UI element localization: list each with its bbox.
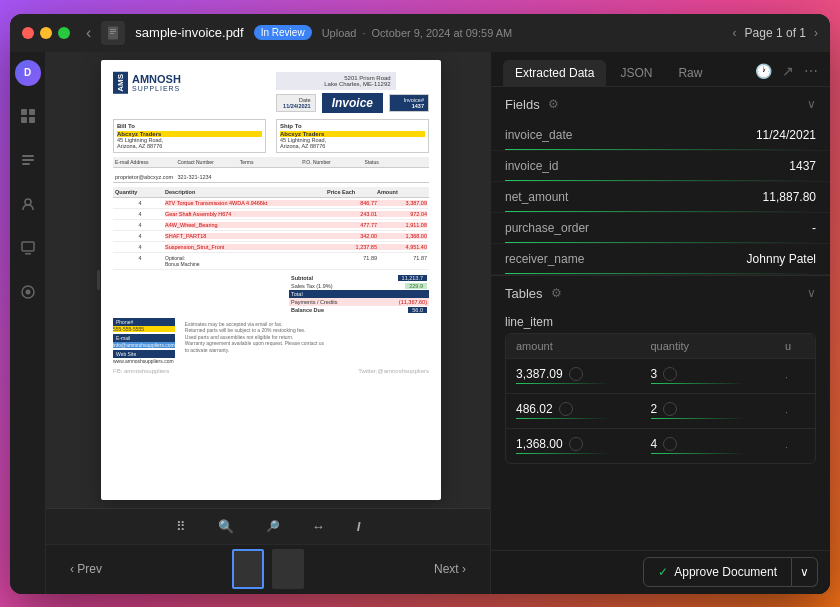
next-page-button[interactable]: ›: [814, 26, 818, 40]
svg-rect-2: [110, 31, 116, 32]
bill-ship-section: Bill To Abcxyz Traders 45 Lightning Road…: [113, 119, 429, 153]
table-row: 4 Gear Shaft Assembly H674 243.01 972.04: [113, 209, 429, 220]
prev-page-button[interactable]: ‹: [733, 26, 737, 40]
tables-gear-icon[interactable]: ⚙: [551, 286, 562, 300]
tab-json[interactable]: JSON: [608, 60, 664, 86]
line-item-label: line_item: [491, 309, 830, 333]
field-name-net-amount: net_amount: [505, 190, 635, 204]
cell-u-3: ·: [785, 437, 805, 455]
info-row: E-mail Address Contact Number Terms P.O.…: [113, 157, 429, 168]
cell-amount-3: 1,368.00: [516, 437, 651, 454]
u-value-2: ·: [785, 406, 788, 418]
svg-rect-8: [22, 155, 34, 157]
fields-label: Fields: [505, 97, 540, 112]
indicator-q3: [663, 437, 677, 451]
svg-rect-5: [29, 109, 35, 115]
panel-footer: ✓ Approve Document ∨: [491, 550, 830, 594]
quantity-value-3[interactable]: 4: [651, 437, 658, 451]
approve-label: Approve Document: [674, 565, 777, 579]
tables-section-header[interactable]: Tables ⚙ ∨: [491, 275, 830, 309]
amount-value-3[interactable]: 1,368.00: [516, 437, 563, 451]
svg-rect-6: [21, 117, 27, 123]
sidebar-icon-1[interactable]: [14, 102, 42, 130]
field-value-receiver-name[interactable]: Johnny Patel: [635, 252, 816, 266]
svg-rect-7: [29, 117, 35, 123]
field-invoice-date: invoice_date 11/24/2021: [491, 120, 830, 151]
zoom-in-button[interactable]: 🔍: [210, 515, 242, 538]
date-field: Date11/24/2021: [276, 94, 316, 112]
fields-section-header[interactable]: Fields ⚙ ∨: [491, 87, 830, 120]
field-purchase-order: purchase_order -: [491, 213, 830, 244]
prev-button[interactable]: ‹ Prev: [62, 558, 110, 580]
grip-tool[interactable]: ⠿: [168, 515, 194, 538]
back-button[interactable]: ‹: [86, 24, 91, 42]
field-name-invoice-id: invoice_id: [505, 159, 635, 173]
field-value-purchase-order[interactable]: -: [635, 221, 816, 235]
field-name-invoice-date: invoice_date: [505, 128, 635, 142]
fit-width-button[interactable]: ↔: [304, 515, 333, 538]
app-window: ‹ sample-invoice.pdf In Review Upload · …: [10, 14, 830, 594]
sidebar-icon-2[interactable]: [14, 146, 42, 174]
invoice-id-field: Invoice#1437: [389, 94, 429, 112]
sidebar-icon-4[interactable]: [14, 234, 42, 262]
company-sub: SUPPLIERS: [132, 85, 181, 92]
cell-u-1: ·: [785, 367, 805, 385]
field-value-invoice-id[interactable]: 1437: [635, 159, 816, 173]
zoom-out-button[interactable]: 🔎: [258, 516, 288, 537]
left-sidebar: D: [10, 52, 46, 594]
more-icon[interactable]: ⋯: [804, 63, 818, 79]
amount-value-2[interactable]: 486.02: [516, 402, 553, 416]
amount-value-1[interactable]: 3,387.09: [516, 367, 563, 381]
quantity-value-1[interactable]: 3: [651, 367, 658, 381]
tables-label-text: Tables: [505, 286, 543, 301]
doc-meta: Upload · October 9, 2024 at 09:59 AM: [322, 27, 513, 39]
field-value-invoice-date[interactable]: 11/24/2021: [635, 128, 816, 142]
svg-rect-9: [22, 159, 34, 161]
indicator-1: [569, 367, 583, 381]
data-table-row: 1,368.00 4: [506, 428, 815, 463]
invoice-label: Invoice: [322, 93, 383, 113]
table-row: 4 ATV Torque Transmission 4WDA 4.9466kt …: [113, 198, 429, 209]
info-data-row: proprietor@abcxyz.com 321-321-1234: [113, 172, 429, 183]
share-icon[interactable]: ↗: [782, 63, 794, 79]
sidebar-icon-3[interactable]: [14, 190, 42, 218]
right-panel: Extracted Data JSON Raw 🕐 ↗ ⋯ Fields ⚙: [490, 52, 830, 594]
u-value-1: ·: [785, 371, 788, 383]
social-footer: FB: amnoshsuppliers Twitter:@amnoshsuppl…: [113, 368, 429, 374]
totals-section: Subtotal 11,213.7 Sales Tax (1.9%) 229.9…: [113, 274, 429, 314]
field-invoice-id: invoice_id 1437: [491, 151, 830, 182]
svg-rect-13: [25, 253, 31, 255]
meta-separator: ·: [362, 27, 365, 39]
field-value-net-amount[interactable]: 11,887.80: [635, 190, 816, 204]
table-row: 4 Optional:Bonus Machine 71.89 71.87: [113, 253, 429, 270]
approve-button[interactable]: ✓ Approve Document: [643, 557, 792, 587]
text-tool[interactable]: I: [349, 515, 369, 538]
quantity-value-2[interactable]: 2: [651, 402, 658, 416]
doc-icon: [101, 21, 125, 45]
minimize-button[interactable]: [40, 27, 52, 39]
thumb-1[interactable]: [232, 549, 264, 589]
col-quantity: quantity: [651, 340, 786, 352]
main-content: D: [10, 52, 830, 594]
tab-raw[interactable]: Raw: [666, 60, 714, 86]
doc-viewer: AMS AMNOSH SUPPLIERS 5201 Prism RoadLake…: [46, 52, 490, 594]
approve-dropdown-button[interactable]: ∨: [792, 557, 818, 587]
table-row: 4 Suspension_Strut_Front 1,237.85 4,951.…: [113, 242, 429, 253]
panel-tab-actions: 🕐 ↗ ⋯: [755, 63, 818, 83]
check-icon: ✓: [658, 565, 668, 579]
data-table-row: 3,387.09 3: [506, 358, 815, 393]
tab-extracted-data[interactable]: Extracted Data: [503, 60, 606, 86]
cell-amount-2: 486.02: [516, 402, 651, 419]
titlebar-center: ‹ sample-invoice.pdf In Review Upload · …: [86, 21, 725, 45]
svg-rect-3: [110, 33, 114, 34]
history-icon[interactable]: 🕐: [755, 63, 772, 79]
close-button[interactable]: [22, 27, 34, 39]
sidebar-icon-5[interactable]: [14, 278, 42, 306]
upload-date: October 9, 2024 at 09:59 AM: [372, 27, 513, 39]
data-table-row: 486.02 2: [506, 393, 815, 428]
thumb-2[interactable]: [272, 549, 304, 589]
svg-rect-4: [21, 109, 27, 115]
gear-icon[interactable]: ⚙: [548, 97, 559, 111]
next-button[interactable]: Next ›: [426, 558, 474, 580]
maximize-button[interactable]: [58, 27, 70, 39]
